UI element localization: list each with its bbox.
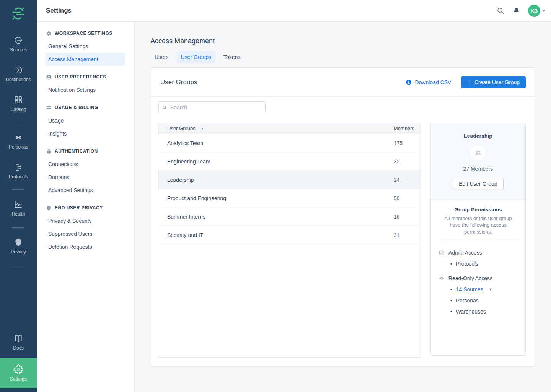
rail-item-privacy[interactable]: Privacy — [0, 237, 37, 255]
card-title: User Groups — [160, 78, 406, 86]
sources-count-link[interactable]: 14 Sources — [456, 286, 483, 294]
download-csv-button[interactable]: Download CSV — [406, 79, 451, 85]
rail-item-docs[interactable]: Docs — [0, 333, 37, 351]
column-header-user-groups[interactable]: User Groups — [167, 126, 196, 131]
health-icon — [13, 199, 23, 209]
table-row[interactable]: Product and Engineering 56 — [158, 189, 421, 207]
create-user-group-button[interactable]: + Create User Group — [461, 76, 526, 88]
members-cell: 31 — [394, 232, 421, 238]
tab-user-groups[interactable]: User Groups — [177, 51, 215, 63]
bell-icon[interactable] — [512, 7, 520, 15]
rail-item-settings[interactable]: Settings — [0, 358, 37, 388]
page-header-title: Settings — [46, 7, 496, 15]
sidebar-item-domains[interactable]: Domains — [46, 171, 125, 184]
tab-users[interactable]: Users — [150, 51, 173, 63]
segment-logo[interactable] — [10, 5, 27, 22]
sidebar-item-privacy-security[interactable]: Privacy & Security — [46, 214, 125, 227]
sidebar-item-deletion-requests[interactable]: Deletion Requests — [46, 240, 125, 253]
permission-item-label: Protocols — [456, 260, 478, 268]
table-header[interactable]: User Groups ▲ Members — [158, 123, 421, 134]
edit-user-group-button[interactable]: Edit User Group — [453, 178, 503, 189]
rail-item-label: Health — [12, 211, 25, 217]
permissions-description: All members of this user group have the … — [439, 215, 518, 235]
rail-divider — [12, 122, 24, 123]
sidebar-item-usage[interactable]: Usage — [46, 114, 125, 127]
members-cell: 56 — [394, 195, 421, 201]
members-cell: 175 — [394, 140, 421, 146]
list-item: • 14 Sources ▼ — [450, 286, 518, 294]
rail-item-label: Privacy — [11, 249, 26, 255]
list-item: • Warehouses — [450, 308, 518, 316]
search-input[interactable] — [170, 105, 262, 111]
table-row-selected[interactable]: Leadership 24 — [158, 171, 421, 189]
divider — [439, 242, 518, 242]
admin-access-label: Admin Access — [448, 250, 482, 256]
permissions-title: Group Permissions — [439, 207, 518, 212]
sidebar-item-connections[interactable]: Connections — [46, 158, 125, 171]
sidebar-item-notification-settings[interactable]: Notification Settings — [46, 83, 125, 96]
rail-item-sources[interactable]: Sources — [0, 35, 37, 52]
section-title: END USER PRIVACY — [55, 205, 103, 211]
group-permissions: Group Permissions All members of this us… — [431, 200, 525, 316]
rail-item-label: Catalog — [10, 107, 26, 112]
members-cell: 16 — [394, 214, 421, 220]
destinations-icon — [13, 65, 23, 75]
group-name-cell: Product and Engineering — [158, 195, 394, 201]
section-title: USER PREFERENCES — [55, 74, 106, 80]
people-icon — [474, 149, 482, 157]
personas-icon — [13, 132, 23, 142]
rail-item-label: Protocols — [9, 174, 28, 180]
chevron-down-icon[interactable]: ▾ — [543, 9, 545, 13]
rail-item-health[interactable]: Health — [0, 199, 37, 217]
permission-item-label: Personas — [456, 297, 479, 305]
search-icon[interactable] — [496, 7, 505, 15]
sidebar-item-general-settings[interactable]: General Settings — [46, 40, 125, 53]
lock-icon — [46, 149, 52, 154]
bullet-icon: • — [450, 308, 452, 316]
rail-item-destinations[interactable]: Destinations — [0, 65, 37, 82]
members-count: 27 Members — [435, 166, 522, 172]
tab-tokens[interactable]: Tokens — [219, 51, 245, 63]
rail-item-protocols[interactable]: Protocols — [0, 162, 37, 180]
rail-item-personas[interactable]: Personas — [0, 132, 37, 150]
rail-divider — [12, 267, 24, 267]
sort-ascending-icon[interactable]: ▲ — [201, 127, 204, 130]
table-row[interactable]: Analytics Team 175 — [158, 134, 421, 152]
sidebar-item-access-management[interactable]: Access Management — [46, 53, 125, 66]
members-cell: 24 — [394, 177, 421, 183]
rail-divider — [12, 227, 24, 228]
page-title: Access Management — [150, 37, 535, 45]
bullet-icon: • — [450, 286, 452, 294]
rail-item-catalog[interactable]: Catalog — [0, 95, 37, 112]
bullet-icon: • — [450, 260, 452, 268]
readonly-access-row: Read-Only Access — [439, 275, 518, 281]
table-row[interactable]: Security and IT 31 — [158, 226, 421, 244]
credit-card-icon — [46, 105, 52, 111]
group-name: Leadership — [435, 133, 522, 139]
tab-bar: Users User Groups Tokens — [150, 51, 535, 63]
search-icon — [162, 105, 167, 110]
main-content: Access Management Users User Groups Toke… — [135, 22, 551, 392]
shield-icon — [46, 205, 52, 211]
admin-access-row: Admin Access — [439, 250, 518, 256]
members-cell: 32 — [394, 158, 421, 165]
rail-item-label: Sources — [10, 47, 27, 52]
sidebar-item-suppressed-users[interactable]: Suppressed Users — [46, 227, 125, 240]
edit-square-icon — [439, 250, 445, 256]
plus-icon: + — [467, 79, 471, 85]
table-row[interactable]: Engineering Team 32 — [158, 152, 421, 171]
sidebar-section-end-user-privacy: END USER PRIVACY — [37, 201, 134, 214]
sidebar-item-insights[interactable]: Insights — [46, 127, 125, 140]
sidebar-section-authentication: AUTHENTICATION — [37, 145, 134, 158]
group-name-cell: Leadership — [158, 177, 394, 183]
search-box — [158, 101, 266, 113]
permission-item-label: Warehouses — [456, 308, 486, 316]
table-row[interactable]: Summer Interns 16 — [158, 207, 421, 226]
avatar[interactable]: KB — [528, 5, 540, 17]
section-title: USAGE & BILLING — [55, 105, 98, 110]
group-avatar — [471, 145, 485, 160]
sidebar-item-advanced-settings[interactable]: Advanced Settings — [46, 184, 125, 197]
section-title: WORKSPACE SETTINGS — [55, 31, 112, 36]
column-header-members[interactable]: Members — [394, 126, 421, 131]
chevron-down-icon[interactable]: ▼ — [489, 287, 492, 292]
